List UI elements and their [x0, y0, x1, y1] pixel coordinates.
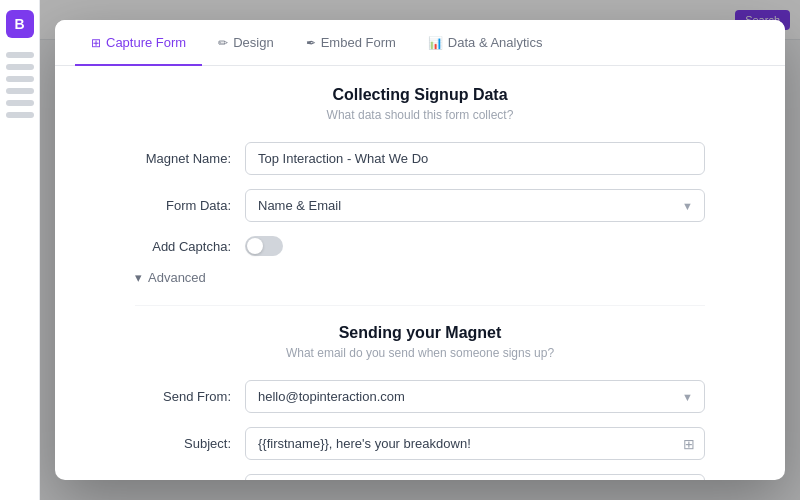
- sidebar-item-5: [6, 100, 34, 106]
- toggle-knob: [247, 238, 263, 254]
- sidebar-logo: B: [6, 10, 34, 38]
- send-from-select-wrapper: hello@topinteraction.com ▼: [245, 380, 705, 413]
- sidebar: B: [0, 0, 40, 500]
- sidebar-item-6: [6, 112, 34, 118]
- embed-form-icon: ✒: [306, 36, 316, 50]
- captcha-label: Add Captcha:: [135, 239, 245, 254]
- message-editor: ⊕ Insert Variable B I U S A A A⁺: [245, 474, 705, 480]
- data-analytics-icon: 📊: [428, 36, 443, 50]
- design-icon: ✏: [218, 36, 228, 50]
- modal: ⊞ Capture Form ✏ Design ✒ Embed Form 📊 D…: [55, 20, 785, 480]
- message-label: Message:: [135, 474, 245, 480]
- magnet-name-label: Magnet Name:: [135, 151, 245, 166]
- message-row: Message: ⊕ Insert Variable B I U S A: [135, 474, 705, 480]
- subject-variable-icon: ⊞: [683, 436, 695, 452]
- tab-embed-form[interactable]: ✒ Embed Form: [290, 21, 412, 66]
- captcha-toggle[interactable]: [245, 236, 283, 256]
- form-data-select[interactable]: Name & Email: [245, 189, 705, 222]
- form-data-label: Form Data:: [135, 198, 245, 213]
- form-data-select-wrapper: Name & Email ▼: [245, 189, 705, 222]
- right-background: Search ⊞ Capture Form ✏ Design ✒ Embed F…: [40, 0, 800, 500]
- captcha-row: Add Captcha:: [135, 236, 705, 256]
- modal-overlay: ⊞ Capture Form ✏ Design ✒ Embed Form 📊 D…: [40, 0, 800, 500]
- send-from-label: Send From:: [135, 389, 245, 404]
- magnet-name-row: Magnet Name:: [135, 142, 705, 175]
- advanced-label: Advanced: [148, 270, 206, 285]
- advanced-row[interactable]: ▾ Advanced: [135, 270, 705, 285]
- send-from-select[interactable]: hello@topinteraction.com: [245, 380, 705, 413]
- subject-input[interactable]: [245, 427, 705, 460]
- collecting-subtitle: What data should this form collect?: [135, 108, 705, 122]
- insert-variable-area: ⊕ Insert Variable: [246, 475, 704, 480]
- modal-body: Collecting Signup Data What data should …: [55, 66, 785, 480]
- magnet-name-input[interactable]: [245, 142, 705, 175]
- subject-input-wrapper: ⊞: [245, 427, 705, 460]
- tab-design[interactable]: ✏ Design: [202, 21, 289, 66]
- tab-data-analytics[interactable]: 📊 Data & Analytics: [412, 21, 559, 66]
- collecting-title: Collecting Signup Data: [135, 86, 705, 104]
- modal-tabs: ⊞ Capture Form ✏ Design ✒ Embed Form 📊 D…: [55, 20, 785, 66]
- section-divider: [135, 305, 705, 306]
- chevron-down-icon: ▾: [135, 270, 142, 285]
- send-from-row: Send From: hello@topinteraction.com ▼: [135, 380, 705, 413]
- subject-label: Subject:: [135, 436, 245, 451]
- sidebar-item-4: [6, 88, 34, 94]
- sending-subtitle: What email do you send when someone sign…: [135, 346, 705, 360]
- form-data-row: Form Data: Name & Email ▼: [135, 189, 705, 222]
- capture-form-icon: ⊞: [91, 36, 101, 50]
- sidebar-item-3: [6, 76, 34, 82]
- sending-title: Sending your Magnet: [135, 324, 705, 342]
- subject-row: Subject: ⊞: [135, 427, 705, 460]
- tab-capture-form[interactable]: ⊞ Capture Form: [75, 21, 202, 66]
- sidebar-item-2: [6, 64, 34, 70]
- sidebar-item-1: [6, 52, 34, 58]
